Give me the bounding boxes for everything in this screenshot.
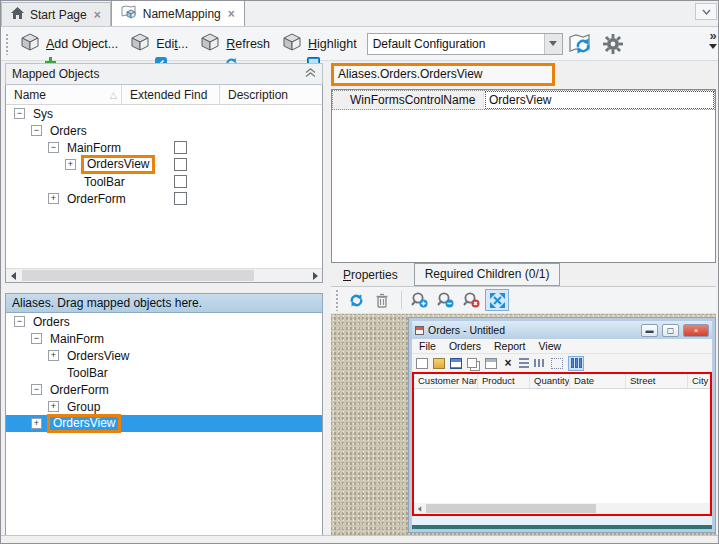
add-object-button[interactable]: Add Object... xyxy=(14,31,124,57)
orders-horizontal-scrollbar xyxy=(414,503,710,514)
orders-grid-header: Customer Name Product Quantity Date Stre… xyxy=(414,374,710,389)
toolbar-grip[interactable] xyxy=(335,289,339,311)
tree-row-orders[interactable]: − Orders xyxy=(6,122,322,139)
settings-button[interactable] xyxy=(599,31,627,57)
details-panel: Aliases.Orders.OrdersView WinFormsContro… xyxy=(331,61,716,537)
zoom-out-icon xyxy=(437,292,454,308)
column-header-name[interactable]: Name △ xyxy=(6,85,122,104)
namemapping-toolbar: Add Object... Edit... xyxy=(1,27,719,61)
tree-row-ordersview-selected[interactable]: + OrdersView xyxy=(6,415,322,432)
tree-row-sys[interactable]: − Sys xyxy=(6,105,322,122)
orders-status-bar xyxy=(412,516,712,525)
namemapping-icon xyxy=(121,5,137,22)
chevron-down-icon[interactable] xyxy=(544,34,562,54)
tree-row-toolbar[interactable]: ToolBar xyxy=(6,173,322,190)
tab-start-page[interactable]: Start Page × xyxy=(1,2,111,26)
tree-row-mainform[interactable]: − MainForm xyxy=(6,139,322,156)
tree-row-orderform[interactable]: + OrderForm xyxy=(6,190,322,207)
scroll-right-icon[interactable] xyxy=(308,269,322,282)
trash-icon xyxy=(375,293,389,308)
map-refresh-icon xyxy=(568,33,594,55)
zoom-reset-button[interactable] xyxy=(459,289,483,311)
save-file-icon xyxy=(450,358,462,369)
collapse-panel-button[interactable] xyxy=(305,67,316,81)
expand-node-icon[interactable]: + xyxy=(48,401,59,412)
tree-row-mainform[interactable]: − MainForm xyxy=(6,330,322,347)
orders-toolbar: × xyxy=(412,354,712,372)
configuration-select[interactable]: Default Configuration xyxy=(367,33,563,55)
expand-node-icon[interactable]: + xyxy=(48,350,59,361)
tree-row-toolbar[interactable]: ToolBar xyxy=(6,364,322,381)
extended-find-checkbox[interactable] xyxy=(174,175,187,188)
button-label: Add Object... xyxy=(46,37,118,51)
zoom-in-button[interactable] xyxy=(407,289,431,311)
extended-find-checkbox[interactable] xyxy=(174,141,187,154)
orders-window-title: Orders - Untitled xyxy=(428,324,637,336)
extended-find-checkbox[interactable] xyxy=(174,192,187,205)
collapse-node-icon[interactable]: − xyxy=(14,108,25,119)
scrollbar-thumb[interactable] xyxy=(22,270,254,281)
copy-icon xyxy=(467,358,477,368)
close-icon[interactable]: × xyxy=(93,8,102,22)
tab-namemapping[interactable]: NameMapping × xyxy=(111,0,245,26)
collapse-node-icon[interactable]: − xyxy=(48,142,59,153)
button-label: Refresh xyxy=(226,37,270,51)
close-icon[interactable]: × xyxy=(227,7,236,21)
panel-title: Aliases. Drag mapped objects here. xyxy=(12,296,202,310)
selected-object-path: Aliases.Orders.OrdersView xyxy=(331,63,555,86)
mapped-tree-rows: − Sys − Orders − MainForm + OrdersView xyxy=(6,105,322,207)
expand-node-icon[interactable]: + xyxy=(65,159,76,170)
maximize-icon: ▢ xyxy=(662,324,679,337)
expand-node-icon[interactable]: + xyxy=(31,418,42,429)
edit-button[interactable]: Edit... xyxy=(124,31,194,57)
gear-icon xyxy=(603,34,623,54)
extended-find-checkbox[interactable] xyxy=(174,158,187,171)
app-window: Start Page × NameMapping × xyxy=(0,0,719,544)
grid-column: Street xyxy=(626,374,688,388)
grid-column: Product xyxy=(478,374,530,388)
update-namemapping-button[interactable] xyxy=(567,31,595,57)
refresh-icon xyxy=(349,293,364,308)
tree-row-ordersview[interactable]: + OrdersView xyxy=(6,156,322,173)
collapse-node-icon[interactable]: − xyxy=(31,125,42,136)
orders-grid-body xyxy=(414,389,710,503)
tab-list-dropdown-button[interactable] xyxy=(695,3,717,20)
details-tabs: Properties Required Children (0/1) xyxy=(331,263,716,287)
tree-row-orders[interactable]: − Orders xyxy=(6,313,322,330)
highlight-button[interactable]: Highlight xyxy=(276,31,363,57)
scroll-left-icon[interactable] xyxy=(6,269,20,282)
property-name-cell: WinFormsControlName xyxy=(332,90,484,110)
button-label: Edit... xyxy=(156,37,188,51)
property-value-cell[interactable]: OrdersView xyxy=(484,90,715,110)
column-header-extended-find[interactable]: Extended Find xyxy=(122,85,220,104)
refresh-image-button[interactable] xyxy=(344,289,368,311)
collapse-node-icon[interactable]: − xyxy=(31,384,42,395)
horizontal-scrollbar[interactable] xyxy=(6,268,322,282)
grid-column: Quantity xyxy=(530,374,570,388)
column-header-description[interactable]: Description xyxy=(220,85,322,104)
refresh-button[interactable]: Refresh xyxy=(194,31,276,57)
tree-row-orderform[interactable]: − OrderForm xyxy=(6,381,322,398)
toolbar-grip[interactable] xyxy=(5,33,9,55)
tab-properties[interactable]: Properties xyxy=(343,268,398,282)
document-tab-bar: Start Page × NameMapping × xyxy=(1,1,719,27)
cube-refresh-icon xyxy=(200,33,222,55)
zoom-out-button[interactable] xyxy=(433,289,457,311)
orders-listview-highlighted: Customer Name Product Quantity Date Stre… xyxy=(412,372,712,516)
fit-arrows-icon xyxy=(490,293,505,308)
tab-required-children[interactable]: Required Children (0/1) xyxy=(414,263,561,286)
mapped-objects-panel: Mapped Objects Name △ Extended Find Desc… xyxy=(5,63,323,544)
collapse-node-icon[interactable]: − xyxy=(14,316,25,327)
cube-edit-icon xyxy=(130,33,152,55)
delete-image-button[interactable] xyxy=(370,289,394,311)
fit-to-window-button[interactable] xyxy=(485,289,509,311)
tree-row-group[interactable]: + Group xyxy=(6,398,322,415)
collapse-node-icon[interactable]: − xyxy=(31,333,42,344)
toolbar-overflow-button[interactable]: » xyxy=(709,29,717,49)
close-window-icon: × xyxy=(683,324,709,337)
selected-object-header: Aliases.Orders.OrdersView xyxy=(331,61,716,87)
expand-node-icon[interactable]: + xyxy=(48,193,59,204)
panel-title: Mapped Objects xyxy=(12,67,99,81)
menu-item: File xyxy=(419,340,436,352)
tree-row-ordersview[interactable]: + OrdersView xyxy=(6,347,322,364)
